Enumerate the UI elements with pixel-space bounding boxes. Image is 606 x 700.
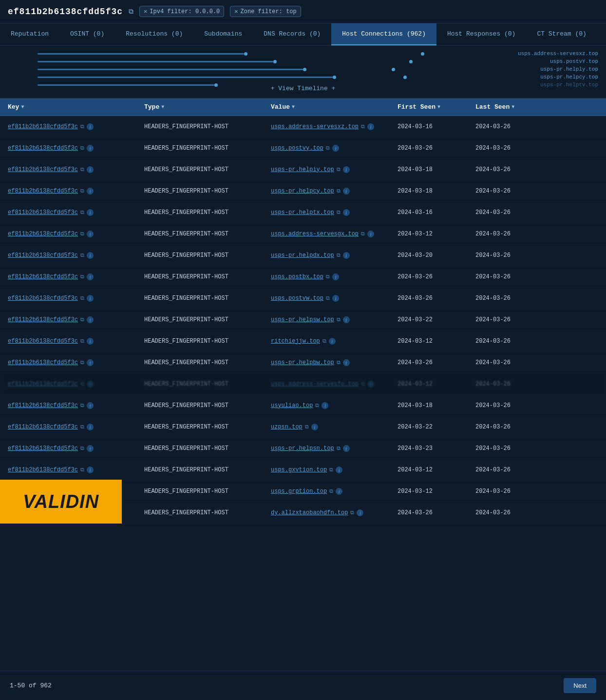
copy-key-icon[interactable]: ⧉ [80, 188, 84, 194]
copy-key-icon[interactable]: ⧉ [80, 446, 84, 451]
key-link[interactable]: ef811b2b6138cfdd5f3c [8, 231, 78, 237]
value-link[interactable]: usps.address-servesgx.top [271, 231, 359, 237]
key-link[interactable]: ef811b2b6138cfdd5f3c [8, 316, 78, 323]
key-info-icon[interactable]: i [87, 273, 94, 280]
zone-filter-badge[interactable]: ✕ Zone filter: top [230, 6, 301, 17]
value-link[interactable]: usps.postvy.top [271, 145, 323, 152]
key-link[interactable]: ef811b2b6138cfdd5f3c [8, 145, 78, 152]
value-link[interactable]: uzpsn.top [271, 424, 303, 430]
copy-key-icon[interactable]: ⧉ [80, 317, 84, 323]
value-info-icon[interactable]: i [336, 467, 342, 473]
copy-value-icon[interactable]: ⧉ [329, 467, 333, 473]
value-link[interactable]: usps.postbx.top [271, 273, 323, 280]
copy-value-icon[interactable]: ⧉ [322, 338, 326, 344]
tab-resolutions[interactable]: Resolutions (0) [115, 23, 193, 45]
copy-value-icon[interactable]: ⧉ [361, 124, 365, 130]
tab-ct-stream[interactable]: CT Stream (0) [526, 23, 597, 45]
copy-value-icon[interactable]: ⧉ [337, 167, 341, 173]
value-link[interactable]: dy.allzxtaobaohdfn.top [271, 509, 348, 516]
copy-key-icon[interactable]: ⧉ [80, 381, 84, 387]
value-info-icon[interactable]: i [343, 252, 350, 259]
key-link[interactable]: ef811b2b6138cfdd5f3c [8, 445, 78, 452]
copy-value-icon[interactable]: ⧉ [337, 188, 341, 194]
copy-value-icon[interactable]: ⧉ [361, 231, 365, 237]
value-link[interactable]: usyuliao.top [271, 402, 313, 409]
value-link[interactable]: usps-pr.helpcy.top [271, 188, 334, 194]
value-info-icon[interactable]: i [322, 402, 328, 409]
key-info-icon[interactable]: i [87, 467, 94, 473]
col-type[interactable]: Type ▼ [144, 103, 271, 111]
tab-dns-records[interactable]: DNS Records (0) [253, 23, 331, 45]
value-link[interactable]: usps-pr.helpiy.top [271, 166, 334, 173]
copy-value-icon[interactable]: ⧉ [361, 381, 365, 387]
next-button[interactable]: Next [564, 678, 596, 693]
value-info-icon[interactable]: i [343, 188, 350, 194]
value-info-icon[interactable]: i [332, 273, 339, 280]
value-link[interactable]: usps-pr.helptx.top [271, 209, 334, 216]
value-info-icon[interactable]: i [367, 123, 374, 130]
key-link[interactable]: ef811b2b6138cfdd5f3c [8, 338, 78, 345]
copy-key-icon[interactable]: ⧉ [80, 424, 84, 430]
value-info-icon[interactable]: i [357, 509, 363, 516]
key-info-icon[interactable]: i [87, 316, 94, 323]
value-link[interactable]: usps.postvw.top [271, 295, 323, 302]
col-value[interactable]: Value ▼ [271, 103, 398, 111]
col-last-seen[interactable]: Last Seen ▼ [475, 103, 549, 111]
key-link[interactable]: ef811b2b6138cfdd5f3c [8, 424, 78, 430]
copy-key-icon[interactable]: ⧉ [80, 210, 84, 215]
copy-key-icon[interactable]: ⧉ [80, 295, 84, 301]
copy-value-icon[interactable]: ⧉ [329, 488, 333, 494]
key-info-icon[interactable]: i [87, 295, 94, 302]
value-info-icon[interactable]: i [343, 316, 350, 323]
value-info-icon[interactable]: i [311, 424, 318, 430]
tab-reputation[interactable]: Reputation [0, 23, 59, 45]
value-info-icon[interactable]: i [343, 445, 350, 452]
copy-value-icon[interactable]: ⧉ [337, 446, 341, 451]
value-link[interactable]: usps-pr.helpdx.top [271, 252, 334, 259]
key-info-icon[interactable]: i [87, 381, 94, 388]
copy-value-icon[interactable]: ⧉ [337, 360, 341, 366]
key-info-icon[interactable]: i [87, 338, 94, 345]
key-info-icon[interactable]: i [87, 402, 94, 409]
copy-value-icon[interactable]: ⧉ [350, 510, 354, 516]
key-link[interactable]: ef811b2b6138cfdd5f3c [8, 402, 78, 409]
copy-value-icon[interactable]: ⧉ [305, 424, 309, 430]
copy-key-icon[interactable]: ⧉ [80, 403, 84, 408]
key-link[interactable]: ef811b2b6138cfdd5f3c [8, 381, 78, 388]
value-info-icon[interactable]: i [343, 209, 350, 216]
key-link[interactable]: ef811b2b6138cfdd5f3c [8, 188, 78, 194]
col-first-seen[interactable]: First Seen ▼ [398, 103, 475, 111]
copy-key-icon[interactable]: ⧉ [80, 231, 84, 237]
copy-value-icon[interactable]: ⧉ [326, 295, 330, 301]
copy-key-icon[interactable]: ⧉ [80, 253, 84, 258]
value-link[interactable]: ritchiejjw.top [271, 338, 320, 345]
tab-osint[interactable]: OSINT (0) [59, 23, 115, 45]
value-link[interactable]: usps.gxvtion.top [271, 467, 327, 473]
tab-subdomains[interactable]: Subdomains [193, 23, 253, 45]
col-key[interactable]: Key ▼ [8, 103, 144, 111]
value-link[interactable]: usps-pr.helpsn.top [271, 445, 334, 452]
key-info-icon[interactable]: i [87, 166, 94, 173]
value-link[interactable]: usps-pr.helpbw.top [271, 359, 334, 366]
copy-key-icon[interactable]: ⧉ [80, 167, 84, 173]
key-link[interactable]: ef811b2b6138cfdd5f3c [8, 252, 78, 259]
copy-key-icon[interactable]: ⧉ [80, 274, 84, 280]
key-info-icon[interactable]: i [87, 231, 94, 237]
copy-key-icon[interactable]: ⧉ [80, 145, 84, 151]
value-info-icon[interactable]: i [367, 231, 374, 237]
copy-value-icon[interactable]: ⧉ [337, 210, 341, 215]
key-link[interactable]: ef811b2b6138cfdd5f3c [8, 166, 78, 173]
key-info-icon[interactable]: i [87, 359, 94, 366]
copy-hash-icon[interactable]: ⧉ [129, 8, 133, 16]
copy-key-icon[interactable]: ⧉ [80, 360, 84, 366]
copy-value-icon[interactable]: ⧉ [337, 317, 341, 323]
copy-key-icon[interactable]: ⧉ [80, 124, 84, 130]
value-info-icon[interactable]: i [367, 381, 374, 388]
ipv4-filter-badge[interactable]: ✕ Ipv4 filter: 0.0.0.0 [139, 6, 224, 17]
value-link[interactable]: usps-pr.helpsw.top [271, 316, 334, 323]
value-info-icon[interactable]: i [343, 359, 350, 366]
value-info-icon[interactable]: i [343, 166, 350, 173]
value-info-icon[interactable]: i [332, 145, 339, 152]
key-link[interactable]: ef811b2b6138cfdd5f3c [8, 209, 78, 216]
key-info-icon[interactable]: i [87, 252, 94, 259]
